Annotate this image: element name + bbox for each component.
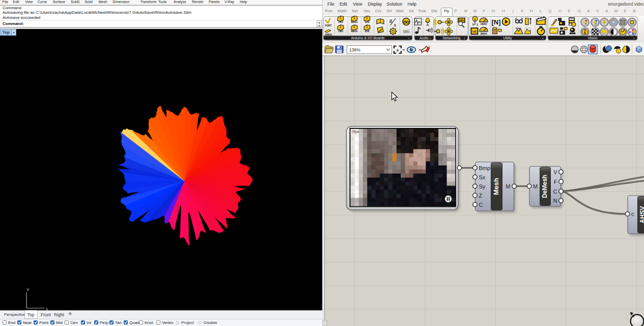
svg-text:MEGA: MEGA [351, 21, 358, 23]
svg-text:2WAV: 2WAV [480, 33, 487, 35]
svg-text:UNO: UNO [338, 21, 343, 23]
svg-text:[N]: [N] [491, 18, 500, 26]
svg-text:Arduino & I/O Boards: Arduino & I/O Boards [351, 36, 385, 40]
svg-text:MEGA: MEGA [351, 30, 358, 33]
svg-text:DUE: DUE [365, 30, 369, 33]
svg-text:UNO: UNO [338, 30, 343, 33]
svg-text:OPEN: OPEN [325, 34, 332, 36]
svg-text:N: N [553, 198, 557, 204]
svg-text:x: x [397, 48, 399, 52]
svg-text:7fps: 7fps [352, 129, 359, 134]
svg-text:PORT: PORT [325, 24, 332, 27]
svg-text:Bmp: Bmp [479, 165, 491, 171]
svg-text:s: s [394, 22, 396, 28]
svg-text:DeMesh: DeMesh [541, 175, 548, 198]
svg-text:UE: UE [472, 30, 477, 33]
svg-text:C: C [553, 188, 557, 195]
svg-text:138%: 138% [349, 47, 360, 52]
svg-text:Utility: Utility [503, 36, 512, 40]
svg-text:C: C [479, 202, 483, 208]
svg-text:Sx: Sx [479, 174, 486, 180]
svg-text:M: M [506, 183, 510, 189]
svg-text:1WAV: 1WAV [480, 23, 487, 25]
svg-text:Networking: Networking [442, 36, 460, 40]
svg-text:Mesh: Mesh [492, 178, 500, 195]
svg-text:Audio: Audio [419, 36, 429, 40]
svg-text:DUE: DUE [365, 21, 369, 23]
svg-text:y: y [27, 287, 29, 291]
svg-text:Z: Z [479, 193, 483, 199]
svg-text:AHSV: AHSV [639, 206, 644, 223]
svg-text:Vision: Vision [588, 36, 598, 40]
svg-text:c: c [631, 211, 634, 217]
svg-text:Wii: Wii [403, 29, 410, 34]
svg-text:Sy: Sy [479, 183, 486, 189]
svg-text:V: V [553, 169, 557, 175]
svg-text:M: M [533, 183, 538, 189]
svg-text:F: F [554, 179, 557, 185]
svg-text:XML: XML [459, 19, 465, 22]
